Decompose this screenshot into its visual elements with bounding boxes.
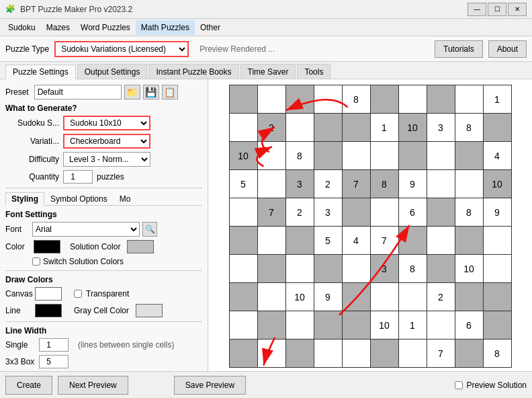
grid-cell: 2 bbox=[314, 170, 342, 198]
grid-cell: 3 bbox=[314, 198, 342, 227]
color-swatch-font[interactable] bbox=[34, 240, 60, 253]
menu-mazes[interactable]: Mazes bbox=[41, 20, 75, 35]
about-button[interactable]: About bbox=[488, 40, 527, 58]
tab-time-saver[interactable]: Time Saver bbox=[240, 64, 296, 79]
grid-cell bbox=[342, 255, 370, 283]
grid-cell bbox=[229, 227, 257, 255]
grid-cell bbox=[398, 340, 427, 368]
grid-cell bbox=[427, 170, 455, 198]
app-title: BPT Puzzle Maker Pro v2023.2 bbox=[20, 5, 468, 14]
grid-cell bbox=[257, 311, 285, 340]
grid-cell bbox=[427, 85, 455, 114]
grid-cell: 1 bbox=[483, 85, 511, 114]
grid-cell: 10 bbox=[370, 311, 398, 340]
preset-save-button[interactable]: 💾 bbox=[143, 85, 159, 100]
sub-tab-styling[interactable]: Styling bbox=[5, 192, 44, 206]
sub-tab-mo[interactable]: Mo bbox=[114, 192, 137, 205]
left-panel: Preset 📁 💾 📋 What to Generate? Sudoku S.… bbox=[0, 79, 208, 371]
difficulty-select[interactable]: Level 3 - Norm... bbox=[63, 152, 150, 167]
tab-tools[interactable]: Tools bbox=[297, 64, 330, 79]
tab-output-settings[interactable]: Output Settings bbox=[77, 64, 148, 79]
grid-cell: 7 bbox=[370, 227, 398, 255]
close-button[interactable]: ✕ bbox=[508, 3, 527, 16]
sudoku-size-row: Sudoku S... Sudoku 10x10 bbox=[5, 116, 202, 130]
grid-cell bbox=[314, 340, 342, 368]
grid-cell bbox=[229, 85, 257, 114]
menu-sudoku[interactable]: Sudoku bbox=[3, 20, 41, 35]
sudoku-size-select[interactable]: Sudoku 10x10 bbox=[63, 116, 150, 130]
single-width-input[interactable] bbox=[39, 338, 69, 352]
puzzle-type-select[interactable]: Sudoku Variations (Licensed) bbox=[54, 41, 189, 57]
difficulty-label: Difficulty bbox=[5, 155, 59, 164]
lines-note: (lines between single cells) bbox=[78, 340, 174, 350]
sub-tabs: Styling Symbol Options Mo bbox=[5, 192, 202, 206]
grid-cell: 8 bbox=[455, 114, 483, 142]
menu-math-puzzles[interactable]: Math Puzzles bbox=[136, 20, 195, 35]
grid-cell bbox=[370, 283, 398, 311]
color-row: Color Solution Color bbox=[5, 240, 202, 253]
grid-cell: 9 bbox=[314, 283, 342, 311]
menu-word-puzzles[interactable]: Word Puzzles bbox=[75, 20, 136, 35]
grid-cell bbox=[370, 340, 398, 368]
font-search-button[interactable]: 🔍 bbox=[142, 222, 157, 237]
color-swatch-canvas[interactable] bbox=[35, 287, 62, 301]
quantity-row: Quantity puzzles bbox=[5, 170, 202, 184]
grid-cell bbox=[370, 198, 398, 227]
quantity-input[interactable] bbox=[63, 170, 93, 184]
gray-cell-color-label: Gray Cell Color bbox=[74, 306, 129, 315]
variation-select[interactable]: Checkerboard bbox=[63, 134, 150, 149]
next-preview-button[interactable]: Next Preview bbox=[58, 376, 128, 395]
transparent-checkbox[interactable] bbox=[74, 290, 82, 298]
grid-cell bbox=[455, 340, 483, 368]
sub-tab-symbol-options[interactable]: Symbol Options bbox=[44, 192, 114, 205]
grid-cell: 3 bbox=[370, 255, 398, 283]
color-swatch-gray-cell[interactable] bbox=[136, 304, 163, 317]
color-swatch-line[interactable] bbox=[35, 304, 62, 317]
tab-puzzle-settings[interactable]: Puzzle Settings bbox=[5, 65, 76, 79]
grid-cell bbox=[257, 340, 285, 368]
grid-cell bbox=[229, 311, 257, 340]
grid-cell bbox=[455, 283, 483, 311]
tab-instant-puzzle-books[interactable]: Instant Puzzle Books bbox=[148, 64, 238, 79]
grid-cell: 10 bbox=[398, 114, 427, 142]
grid-cell: 3 bbox=[285, 170, 314, 198]
grid-cell: 10 bbox=[285, 283, 314, 311]
line-row: Line Gray Cell Color bbox=[5, 304, 202, 317]
menu-other[interactable]: Other bbox=[195, 20, 226, 35]
switch-solution-row: Switch Solution Colors bbox=[32, 257, 202, 266]
box-width-input[interactable] bbox=[39, 355, 69, 368]
transparent-label: Transparent bbox=[86, 289, 129, 298]
minimize-button[interactable]: — bbox=[468, 3, 486, 16]
preview-solution-checkbox[interactable] bbox=[455, 381, 463, 389]
maximize-button[interactable]: ☐ bbox=[488, 3, 506, 16]
grid-cell: 5 bbox=[314, 227, 342, 255]
create-button[interactable]: Create bbox=[5, 376, 52, 395]
grid-cell bbox=[398, 227, 427, 255]
grid-cell bbox=[257, 227, 285, 255]
preview-solution-row: Preview Solution bbox=[455, 381, 527, 390]
what-to-generate-title: What to Generate? bbox=[5, 104, 202, 113]
preset-open-button[interactable]: 📁 bbox=[124, 85, 140, 100]
divider-2 bbox=[5, 270, 202, 271]
grid-cell: 10 bbox=[229, 142, 257, 170]
grid-cell: 4 bbox=[342, 227, 370, 255]
switch-solution-checkbox[interactable] bbox=[32, 257, 40, 266]
grid-cell bbox=[285, 114, 314, 142]
color-swatch-solution[interactable] bbox=[127, 240, 154, 253]
font-select[interactable]: Arial bbox=[32, 222, 140, 237]
main-tabs: Puzzle Settings Output Settings Instant … bbox=[0, 62, 532, 79]
single-label: Single bbox=[5, 340, 35, 350]
save-preview-button[interactable]: Save Preview bbox=[174, 376, 246, 395]
grid-cell: 1 bbox=[398, 311, 427, 340]
tutorials-button[interactable]: Tutorials bbox=[435, 40, 483, 58]
variation-row: Variati... Checkerboard bbox=[5, 134, 202, 149]
grid-cell bbox=[257, 170, 285, 198]
font-label: Font bbox=[5, 225, 30, 234]
grid-cell bbox=[257, 255, 285, 283]
preset-input[interactable] bbox=[34, 85, 122, 100]
grid-cell bbox=[342, 283, 370, 311]
preset-saveas-button[interactable]: 📋 bbox=[162, 85, 178, 100]
grid-cell: 8 bbox=[370, 170, 398, 198]
grid-cell bbox=[314, 255, 342, 283]
grid-cell bbox=[342, 198, 370, 227]
